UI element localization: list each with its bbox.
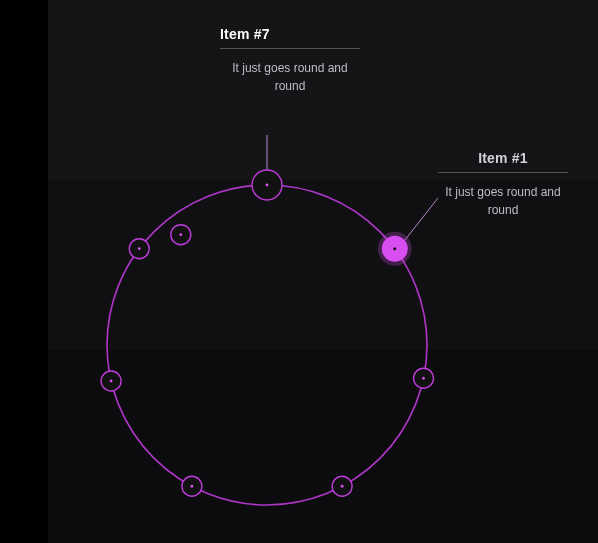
orbit-node-8[interactable] <box>171 225 191 245</box>
svg-point-6 <box>422 377 425 380</box>
svg-point-1 <box>266 184 269 187</box>
orbit-node-5[interactable] <box>101 371 121 391</box>
orbit-node-1[interactable] <box>378 232 412 266</box>
orbit-node-2[interactable] <box>414 368 434 388</box>
orbit-node-7[interactable] <box>252 170 282 200</box>
svg-point-10 <box>190 485 193 488</box>
svg-point-12 <box>110 380 113 383</box>
svg-point-4 <box>393 247 396 250</box>
svg-point-8 <box>341 485 344 488</box>
svg-point-14 <box>138 247 141 250</box>
orbit-diagram <box>0 0 598 543</box>
leader-line-item-1 <box>403 198 438 243</box>
orbit-ring <box>107 185 427 505</box>
svg-point-16 <box>179 233 182 236</box>
orbit-node-6[interactable] <box>129 239 149 259</box>
orbit-node-4[interactable] <box>182 476 202 496</box>
orbit-node-3[interactable] <box>332 476 352 496</box>
